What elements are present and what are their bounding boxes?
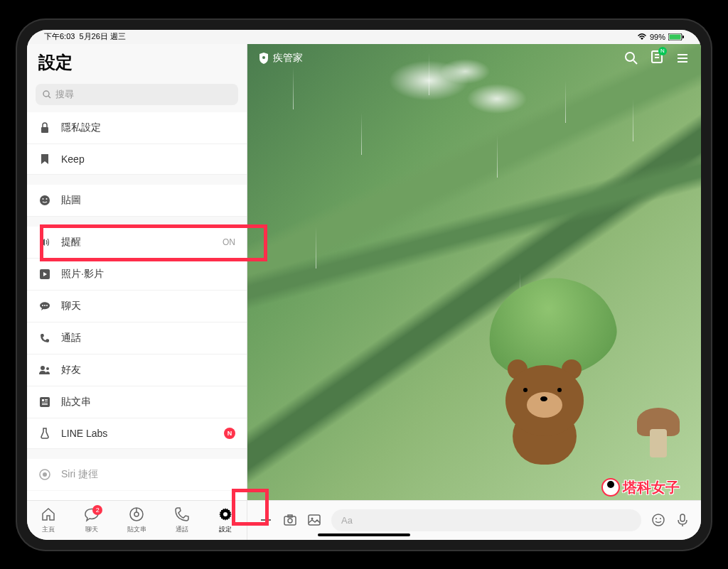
nav-label: 通話 — [176, 525, 188, 534]
svg-point-8 — [46, 198, 48, 200]
svg-point-46 — [660, 518, 661, 519]
status-date: 5月26日 週三 — [79, 31, 125, 42]
search-placeholder: 搜尋 — [55, 88, 74, 101]
person-icon — [38, 365, 51, 375]
search-icon — [43, 90, 51, 99]
divider — [27, 449, 247, 459]
svg-point-36 — [223, 512, 228, 516]
settings-label: 通話 — [61, 332, 235, 345]
svg-rect-18 — [45, 401, 48, 401]
chat-input-bar: Aa — [247, 501, 701, 540]
svg-rect-5 — [41, 127, 48, 133]
svg-rect-20 — [42, 404, 48, 405]
svg-point-45 — [655, 518, 657, 519]
settings-item-keep[interactable]: Keep — [27, 144, 247, 175]
settings-item-siri[interactable]: Siri 捷徑 — [27, 459, 247, 491]
home-icon — [41, 506, 56, 522]
svg-rect-42 — [309, 515, 320, 525]
divider — [27, 175, 247, 185]
svg-point-40 — [288, 519, 292, 523]
message-input[interactable]: Aa — [331, 509, 641, 531]
settings-item-calls[interactable]: 通話 — [27, 323, 247, 354]
settings-item-photos-videos[interactable]: 照片·影片 — [27, 259, 247, 291]
battery-icon — [668, 33, 684, 40]
settings-label: 貼圖 — [61, 194, 235, 207]
svg-rect-47 — [680, 514, 685, 521]
status-bar: 下午6:03 5月26日 週三 99% — [27, 30, 701, 44]
flask-icon — [38, 428, 51, 439]
svg-rect-19 — [42, 403, 48, 403]
notes-button[interactable] — [650, 50, 664, 67]
svg-rect-15 — [40, 397, 50, 407]
settings-label: Siri 捷徑 — [61, 468, 235, 481]
chat-panel: 疾管家 — [247, 44, 701, 500]
mic-icon[interactable] — [675, 513, 690, 527]
search-input[interactable]: 搜尋 — [36, 84, 238, 105]
settings-item-friends[interactable]: 好友 — [27, 354, 247, 386]
nav-label: 聊天 — [85, 525, 98, 534]
svg-rect-39 — [284, 516, 296, 525]
battery-percent: 99% — [650, 33, 665, 41]
svg-line-4 — [48, 96, 50, 98]
nav-tab-home[interactable]: 主頁 — [35, 504, 62, 537]
feed-icon — [129, 506, 144, 522]
search-icon[interactable] — [624, 51, 638, 65]
nav-tab-calls[interactable]: 通話 — [168, 504, 196, 537]
svg-point-43 — [311, 518, 314, 520]
nav-tab-timeline[interactable]: 貼文串 — [122, 504, 152, 537]
shield-icon — [259, 53, 269, 64]
settings-item-timeline[interactable]: 貼文串 — [27, 386, 247, 418]
lock-icon — [38, 122, 51, 134]
nav-label: 設定 — [219, 525, 232, 534]
chat-header: 疾管家 — [247, 44, 701, 72]
nav-label: 主頁 — [42, 525, 55, 534]
settings-sidebar: 設定 搜尋 隱私設定 Keep — [27, 44, 247, 500]
settings-item-line-labs[interactable]: LINE Labs N — [27, 418, 247, 449]
gear-icon — [218, 506, 233, 522]
bookmark-icon — [38, 153, 51, 165]
nav-tab-chat[interactable]: 2 聊天 — [78, 504, 105, 537]
status-time: 下午6:03 — [44, 31, 75, 42]
settings-label: Keep — [61, 153, 235, 165]
play-icon — [38, 269, 51, 279]
svg-point-6 — [40, 195, 50, 205]
svg-point-10 — [42, 305, 43, 306]
emoji-icon[interactable] — [651, 513, 665, 527]
nav-tab-settings[interactable]: 設定 — [212, 504, 239, 537]
watermark-avatar — [601, 478, 620, 497]
svg-rect-2 — [682, 36, 684, 38]
chat-title-text: 疾管家 — [273, 52, 303, 65]
nav-tabs: 主頁 2 聊天 貼文串 通話 — [27, 501, 247, 540]
feed-icon — [38, 397, 51, 407]
phone-icon — [174, 506, 190, 522]
settings-item-chat[interactable]: 聊天 — [27, 291, 247, 323]
note-icon — [650, 50, 664, 64]
menu-icon[interactable] — [675, 51, 690, 65]
svg-point-14 — [46, 367, 49, 370]
camera-icon[interactable] — [283, 513, 297, 527]
image-icon[interactable] — [307, 513, 321, 527]
new-badge: N — [224, 428, 235, 439]
divider — [27, 217, 247, 227]
settings-label: 聊天 — [61, 300, 235, 313]
svg-point-44 — [653, 514, 664, 526]
svg-rect-16 — [42, 399, 44, 401]
page-title: 設定 — [38, 51, 235, 74]
plus-icon[interactable] — [259, 513, 273, 527]
home-indicator[interactable] — [318, 533, 410, 536]
settings-item-notifications[interactable]: 提醒 ON — [27, 227, 247, 259]
svg-point-13 — [41, 366, 45, 370]
chat-icon — [38, 301, 51, 311]
settings-label: 好友 — [61, 364, 235, 376]
svg-point-11 — [44, 305, 46, 306]
screen: 下午6:03 5月26日 週三 99% 設定 搜尋 — [27, 30, 701, 540]
settings-item-privacy[interactable]: 隱私設定 — [27, 112, 247, 144]
smile-icon — [38, 195, 51, 206]
svg-rect-17 — [45, 399, 48, 400]
settings-item-stickers[interactable]: 貼圖 — [27, 185, 247, 217]
settings-label: 隱私設定 — [61, 121, 235, 134]
settings-label: 照片·影片 — [61, 268, 235, 281]
svg-point-12 — [46, 305, 48, 306]
settings-list[interactable]: 隱私設定 Keep 貼圖 — [27, 112, 247, 500]
svg-point-33 — [134, 512, 139, 516]
